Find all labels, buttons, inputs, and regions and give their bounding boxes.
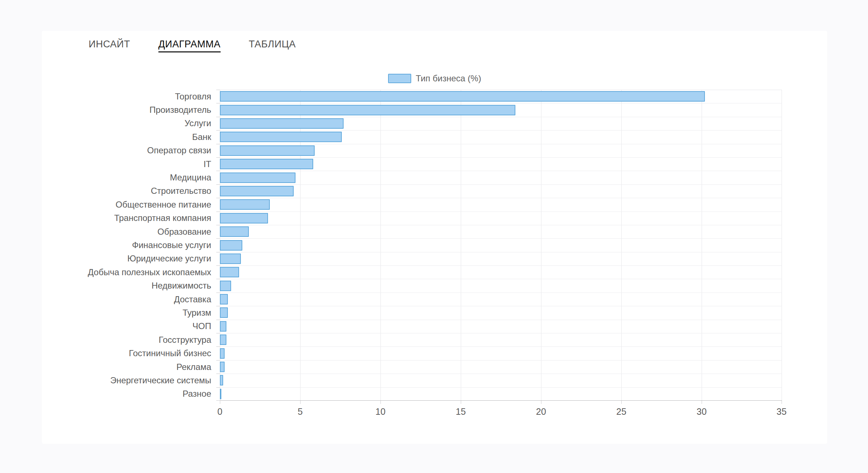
category-label: Банк	[192, 132, 211, 142]
row-gridline	[220, 360, 782, 361]
bar-0[interactable]	[220, 91, 705, 102]
row-gridline	[220, 103, 782, 103]
category-label: Услуги	[184, 118, 211, 129]
category-label: Финансовые услуги	[132, 240, 211, 251]
bar-3[interactable]	[220, 132, 342, 142]
row-gridline	[220, 374, 782, 374]
bar-11[interactable]	[220, 240, 242, 251]
axis-tick	[216, 103, 220, 103]
category-label: Туризм	[183, 307, 211, 318]
category-label: Медицина	[170, 172, 211, 183]
category-label: Госструктура	[159, 334, 211, 345]
row-gridline	[220, 320, 782, 320]
axis-tick	[216, 117, 220, 117]
gridline	[541, 90, 541, 401]
x-tick-label: 5	[298, 406, 303, 417]
row-gridline	[220, 130, 782, 131]
category-label: Гостиничный бизнес	[129, 348, 211, 359]
bar-22[interactable]	[220, 389, 221, 399]
category-label: Недвижимость	[152, 280, 211, 291]
bar-10[interactable]	[220, 226, 249, 237]
value-axis-labels: 05101520253035	[220, 401, 782, 422]
bar-5[interactable]	[220, 159, 313, 169]
axis-tick	[216, 387, 220, 388]
category-label: Энергетические системы	[110, 375, 211, 386]
row-gridline	[220, 306, 782, 306]
bar-15[interactable]	[220, 294, 228, 304]
category-label: Реклама	[176, 362, 211, 372]
x-tick-label: 30	[697, 406, 707, 417]
category-axis-labels: ТорговляПроизводительУслугиБанкОператор …	[42, 90, 216, 401]
axis-tick	[216, 144, 220, 144]
x-tick-label: 15	[456, 406, 466, 417]
bar-16[interactable]	[220, 307, 228, 318]
bar-4[interactable]	[220, 145, 315, 156]
tab-table[interactable]: ТАБЛИЦА	[249, 39, 296, 51]
axis-tick	[216, 198, 220, 198]
bar-9[interactable]	[220, 213, 268, 223]
bar-21[interactable]	[220, 375, 223, 385]
bar-20[interactable]	[220, 362, 225, 372]
row-gridline	[220, 346, 782, 347]
row-gridline	[220, 117, 782, 117]
x-tick-label: 20	[536, 406, 546, 417]
bar-8[interactable]	[220, 199, 270, 210]
category-label: Производитель	[149, 105, 211, 115]
row-gridline	[220, 238, 782, 239]
bar-14[interactable]	[220, 281, 231, 291]
bar-19[interactable]	[220, 348, 225, 359]
row-gridline	[220, 157, 782, 158]
category-label: Торговля	[175, 91, 211, 102]
category-label: Общественное питание	[116, 199, 211, 210]
bar-1[interactable]	[220, 105, 515, 115]
legend-swatch-icon	[388, 74, 411, 83]
category-label: Транспортная компания	[114, 213, 211, 223]
axis-tick	[216, 238, 220, 239]
category-label: Образование	[157, 226, 211, 237]
row-gridline	[220, 293, 782, 293]
chart-card: ИНСАЙТ ДИАГРАММА ТАБЛИЦА Тип бизнеса (%)…	[42, 31, 827, 444]
gridline	[621, 90, 622, 401]
bar-7[interactable]	[220, 186, 294, 196]
row-gridline	[220, 333, 782, 333]
plot-area	[220, 90, 782, 401]
x-tick-label: 0	[217, 406, 222, 417]
tab-bar: ИНСАЙТ ДИАГРАММА ТАБЛИЦА	[89, 39, 296, 52]
row-gridline	[220, 252, 782, 252]
axis-tick	[216, 252, 220, 252]
bar-13[interactable]	[220, 267, 239, 277]
axis-tick	[216, 212, 220, 212]
bar-12[interactable]	[220, 253, 241, 264]
bar-17[interactable]	[220, 321, 226, 332]
axis-tick	[216, 346, 220, 347]
bar-2[interactable]	[220, 118, 344, 129]
row-gridline	[220, 184, 782, 185]
row-gridline	[220, 279, 782, 279]
category-label: Оператор связи	[147, 145, 211, 156]
axis-tick	[216, 157, 220, 158]
axis-tick	[216, 320, 220, 320]
axis-tick	[216, 171, 220, 171]
gridline	[380, 90, 381, 401]
axis-tick	[216, 184, 220, 185]
axis-tick	[216, 225, 220, 225]
axis-tick	[216, 306, 220, 306]
axis-tick	[216, 90, 220, 90]
row-gridline	[220, 171, 782, 171]
gridline	[782, 90, 782, 401]
tab-insight[interactable]: ИНСАЙТ	[89, 39, 130, 51]
bar-6[interactable]	[220, 172, 295, 183]
x-tick-label: 25	[616, 406, 626, 417]
category-label: Доставка	[174, 294, 211, 305]
x-tick-label: 35	[776, 406, 787, 417]
row-gridline	[220, 90, 782, 90]
axis-tick	[216, 374, 220, 374]
axis-tick	[216, 360, 220, 361]
chart-legend[interactable]: Тип бизнеса (%)	[42, 73, 827, 84]
category-label: ЧОП	[192, 321, 211, 332]
category-label: Строительство	[151, 186, 211, 196]
bar-18[interactable]	[220, 334, 226, 345]
tab-diagram[interactable]: ДИАГРАММА	[158, 39, 221, 52]
row-gridline	[220, 198, 782, 198]
gridline	[461, 90, 461, 401]
